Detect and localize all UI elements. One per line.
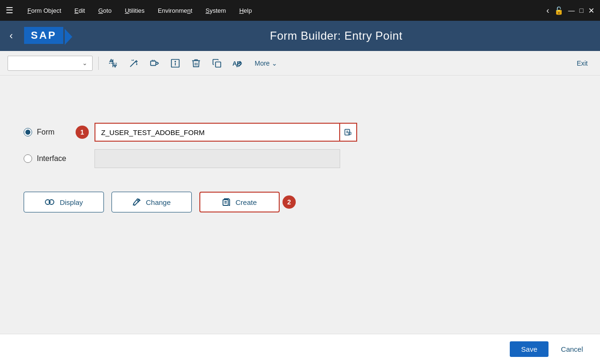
sap-logo-text: SAP [24,27,63,44]
svg-point-12 [175,61,175,61]
menu-form-object[interactable]: Form Object [21,7,68,14]
toolbar-dropdown[interactable]: ⌄ [8,56,93,71]
more-button[interactable]: More ⌄ [250,58,282,69]
interface-label-text: Interface [37,154,66,163]
bottom-bar: Save Cancel [0,334,600,364]
more-chevron-icon: ⌄ [272,59,277,67]
title-bar: ☰ Form Object Edit Goto Utilities Enviro… [0,0,600,21]
svg-rect-6 [151,61,156,65]
window-controls: ‹ 🔓 — □ ✕ [547,6,594,16]
copy-icon-btn[interactable] [208,55,225,72]
step-1-indicator: 1 [76,126,89,139]
close-icon[interactable]: ✕ [588,6,594,15]
step-2-indicator: 2 [283,195,296,209]
interface-radio[interactable] [24,154,32,163]
minimize-icon[interactable]: — [568,7,575,14]
form-label-text: Form [37,128,54,136]
page-title: Form Builder: Entry Point [82,29,591,42]
svg-rect-23 [223,200,228,205]
main-content: Form 1 Interface [0,76,600,349]
sap-logo-chevron [65,29,72,45]
transfer-icon-btn[interactable] [146,55,163,72]
interface-input-wrapper [94,149,340,168]
hamburger-menu[interactable]: ☰ [6,5,13,16]
toolbar: ⌄ [0,51,600,76]
lock-icon[interactable]: 🔓 [554,6,564,15]
toolbar-separator-1 [98,57,99,70]
save-button[interactable]: Save [510,341,549,357]
magic-wand-icon-btn[interactable] [125,55,142,72]
sap-logo: SAP [24,27,72,45]
svg-line-1 [130,61,136,67]
info-icon-btn[interactable] [167,55,184,72]
form-section: Form 1 Interface [14,123,586,168]
form-radio[interactable] [24,128,32,136]
header: ‹ SAP Form Builder: Entry Point [0,21,600,51]
interface-name-input[interactable] [94,149,340,168]
cancel-button[interactable]: Cancel [553,341,591,357]
balance-icon-btn[interactable] [104,55,121,72]
delete-icon-btn[interactable] [188,55,205,72]
svg-point-21 [49,201,51,203]
menu-goto[interactable]: Goto [92,7,118,14]
rename-icon-btn[interactable]: AB [229,55,246,72]
form-row: Form 1 [24,123,586,142]
menu-bar: Form Object Edit Goto Utilities Environm… [21,7,547,14]
form-name-input[interactable] [94,123,340,142]
interface-row: Interface [24,149,586,168]
interface-radio-label[interactable]: Interface [24,154,85,163]
change-button[interactable]: Change [111,192,192,212]
back-nav-icon[interactable]: ‹ [547,6,549,16]
header-back-button[interactable]: ‹ [9,30,13,42]
svg-line-3 [133,59,134,60]
change-label: Change [146,198,171,206]
form-input-wrapper: 1 [94,123,357,142]
more-label: More [255,59,270,67]
display-label: Display [60,198,83,206]
menu-edit[interactable]: Edit [68,7,92,14]
menu-environment[interactable]: Environment [151,7,199,14]
menu-help[interactable]: Help [232,7,258,14]
menu-utilities[interactable]: Utilities [118,7,151,14]
exit-button[interactable]: Exit [572,58,592,69]
create-label: Create [235,198,257,206]
maximize-icon[interactable]: □ [580,7,583,14]
display-button[interactable]: Display [24,192,104,212]
button-row: Display Change Create 2 [14,192,586,212]
dropdown-arrow-icon: ⌄ [82,59,87,67]
menu-system[interactable]: System [199,7,232,14]
form-browse-button[interactable] [340,123,357,142]
create-button[interactable]: Create 2 [199,192,280,212]
svg-rect-13 [215,62,221,67]
